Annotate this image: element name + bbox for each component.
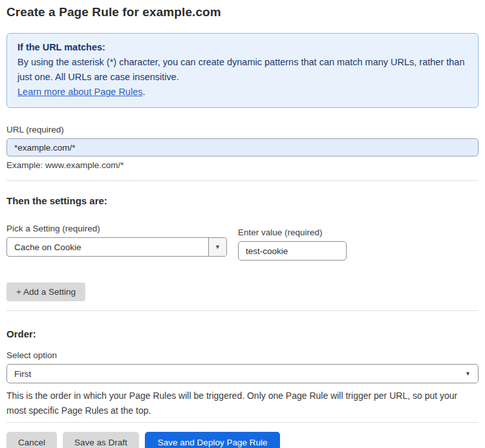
info-box-link-line: Learn more about Page Rules. — [17, 85, 468, 100]
save-as-draft-button[interactable]: Save as Draft — [63, 432, 139, 448]
settings-section-heading: Then the settings are: — [6, 195, 479, 206]
page-title: Create a Page Rule for example.com — [6, 5, 479, 19]
info-box-heading: If the URL matches: — [17, 40, 468, 55]
order-select-label: Select option — [6, 350, 479, 360]
setting-value-column: Enter value (required) — [238, 206, 347, 261]
chevron-down-icon: ▼ — [215, 244, 221, 250]
link-suffix: . — [142, 87, 145, 97]
setting-picker-column: Pick a Setting (required) Cache on Cooki… — [6, 206, 227, 257]
setting-value-input[interactable] — [238, 241, 347, 261]
order-section-heading: Order: — [6, 328, 479, 339]
setting-picker-label: Pick a Setting (required) — [6, 224, 227, 233]
url-field-hint: Example: www.example.com/* — [6, 160, 479, 170]
url-field-label: URL (required) — [6, 125, 479, 134]
url-input[interactable] — [6, 138, 479, 156]
settings-row: Pick a Setting (required) Cache on Cooki… — [6, 206, 479, 261]
divider — [6, 422, 479, 423]
url-match-info-box: If the URL matches: By using the asteris… — [6, 33, 479, 108]
chevron-down-icon: ▼ — [465, 371, 471, 377]
setting-picker-value: Cache on Cookie — [7, 238, 208, 256]
save-and-deploy-button[interactable]: Save and Deploy Page Rule — [145, 432, 281, 448]
setting-picker-select[interactable]: Cache on Cookie ▼ — [6, 237, 227, 257]
form-actions: Cancel Save as Draft Save and Deploy Pag… — [6, 432, 479, 448]
order-select[interactable]: First ▼ — [6, 364, 479, 383]
cancel-button[interactable]: Cancel — [6, 432, 57, 448]
order-select-value: First — [14, 369, 31, 379]
divider — [6, 180, 479, 181]
setting-value-label: Enter value (required) — [238, 228, 347, 237]
order-description: This is the order in which your Page Rul… — [6, 389, 479, 418]
add-setting-button[interactable]: + Add a Setting — [6, 283, 85, 301]
divider — [6, 310, 479, 311]
setting-picker-arrow-button[interactable]: ▼ — [208, 238, 226, 256]
info-box-body: By using the asterisk (*) character, you… — [17, 55, 468, 85]
learn-more-link[interactable]: Learn more about Page Rules — [17, 87, 142, 97]
